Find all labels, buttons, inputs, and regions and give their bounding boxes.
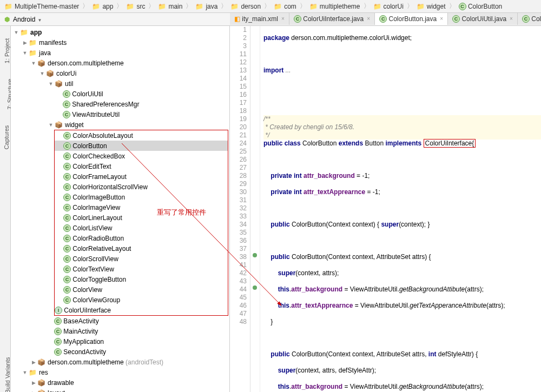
tree-class[interactable]: C MainActivity <box>11 326 229 336</box>
tree-colorui[interactable]: ▼📦colorUi <box>11 68 229 78</box>
override-marker[interactable] <box>253 285 257 290</box>
annotation-label: 重写了常用控件 <box>157 208 206 217</box>
breadcrumb-item[interactable]: 📁MultipleTheme-master <box>2 3 81 10</box>
tree-layout[interactable]: ▶📦layout <box>11 388 229 392</box>
tree-class[interactable]: C ColorRelativeLayout <box>55 243 228 254</box>
breadcrumb-item[interactable]: 📁widget <box>414 3 448 10</box>
tree-class[interactable]: C ColorCheckedBox <box>55 151 228 161</box>
code-area[interactable]: package derson.com.multipletheme.colorUi… <box>260 26 541 392</box>
code-editor[interactable]: 1231112131415161718192021242526272829303… <box>230 26 541 392</box>
tree-class[interactable]: C ColorListView <box>55 223 228 233</box>
tree-class[interactable]: C ColorEditText <box>55 161 228 171</box>
tree-class[interactable]: C ColorView <box>55 284 228 295</box>
breadcrumb-item[interactable]: C ColorButton <box>457 3 505 10</box>
tab-interface[interactable]: C ColorUiInterface.java× <box>289 13 375 25</box>
android-icon: ⬢ <box>4 16 10 23</box>
tab-xml[interactable]: ◧ ity_main.xml× <box>230 13 289 25</box>
left-tool-stripe: 1: Project 7: Structure Captures Build V… <box>0 26 11 392</box>
tree-class[interactable]: C ColorHorizontalScrollView <box>55 182 228 192</box>
tab-colorlistv[interactable]: C ColorListV <box>518 13 541 25</box>
tree-class-colorbutton[interactable]: C ColorButton <box>55 141 228 151</box>
breadcrumb-bar: 📁MultipleTheme-master〉 📁app〉 📁src〉 📁main… <box>0 0 541 13</box>
tree-class[interactable]: C ColorRadioButton <box>55 233 228 243</box>
override-marker[interactable] <box>253 253 257 257</box>
side-panel-captures[interactable]: Captures <box>3 125 10 150</box>
tree-class[interactable]: C ColorFrameLayout <box>55 171 228 182</box>
close-icon[interactable]: × <box>367 16 370 22</box>
tree-class[interactable]: C ColorUiUtil <box>11 89 229 99</box>
tree-class[interactable]: C ColorAbsoluteLayout <box>55 130 228 141</box>
tree-class[interactable]: C ColorToggleButton <box>55 274 228 284</box>
tree-class[interactable]: C MyApplication <box>11 336 229 347</box>
tree-class[interactable]: C SharedPreferencesMgr <box>11 99 229 109</box>
breadcrumb-item[interactable]: 📁src <box>124 3 147 10</box>
breadcrumb-item[interactable]: 📁java <box>193 3 220 10</box>
tree-widget[interactable]: ▼📦widget <box>11 119 229 130</box>
tree-app[interactable]: ▼📁app <box>11 27 229 37</box>
tree-interface[interactable]: I ColorUiInterface <box>55 305 228 315</box>
tree-class[interactable]: C ColorScrollView <box>55 254 228 264</box>
tree-class[interactable]: C ColorViewGroup <box>55 295 228 305</box>
breadcrumb-item[interactable]: 📁colorUi <box>371 3 406 10</box>
side-panel-variants[interactable]: Build Variants <box>4 357 11 392</box>
project-view-selector[interactable]: Android▼ <box>13 16 42 23</box>
tree-class[interactable]: C ColorTextView <box>55 264 228 274</box>
tree-package[interactable]: ▼📦derson.com.multipletheme <box>11 58 229 68</box>
close-icon[interactable]: × <box>510 16 513 22</box>
breadcrumb-item[interactable]: 📁app <box>90 3 115 10</box>
breadcrumb-item[interactable]: 📁com <box>272 3 299 10</box>
close-icon[interactable]: × <box>281 16 285 22</box>
breadcrumb-item[interactable]: 📁multipletheme <box>307 3 362 10</box>
line-gutter: 1231112131415161718192021242526272829303… <box>230 26 250 392</box>
tree-java[interactable]: ▼📁java <box>11 48 229 58</box>
tree-class[interactable]: C ViewAttributeUtil <box>11 109 229 119</box>
tab-colorbutton[interactable]: C ColorButton.java× <box>375 13 448 25</box>
close-icon[interactable]: × <box>440 16 443 22</box>
breadcrumb-item[interactable]: 📁derson <box>228 3 263 10</box>
tree-class[interactable]: C ColorImageButton <box>55 192 228 202</box>
editor-tabs: ◧ ity_main.xml× C ColorUiInterface.java×… <box>230 13 541 25</box>
project-tree[interactable]: ▼📁app ▶📁manifests ▼📁java ▼📦derson.com.mu… <box>11 26 230 392</box>
fold-gutter <box>250 26 260 392</box>
tree-class[interactable]: C SecondActivity <box>11 347 229 357</box>
tab-coloruiutil[interactable]: C ColorUiUtil.java× <box>448 13 518 25</box>
tree-class[interactable]: C BaseActivity <box>11 316 229 326</box>
tree-test-package[interactable]: ▶📦derson.com.multipletheme (androidTest) <box>11 357 229 367</box>
tree-drawable[interactable]: ▶📦drawable <box>11 377 229 388</box>
tree-util[interactable]: ▼📦util <box>11 78 229 89</box>
side-panel-project[interactable]: 1: Project <box>4 38 10 63</box>
tree-res[interactable]: ▼📁res <box>11 367 229 377</box>
tree-manifests[interactable]: ▶📁manifests <box>11 37 229 48</box>
breadcrumb-item[interactable]: 📁main <box>156 3 184 10</box>
